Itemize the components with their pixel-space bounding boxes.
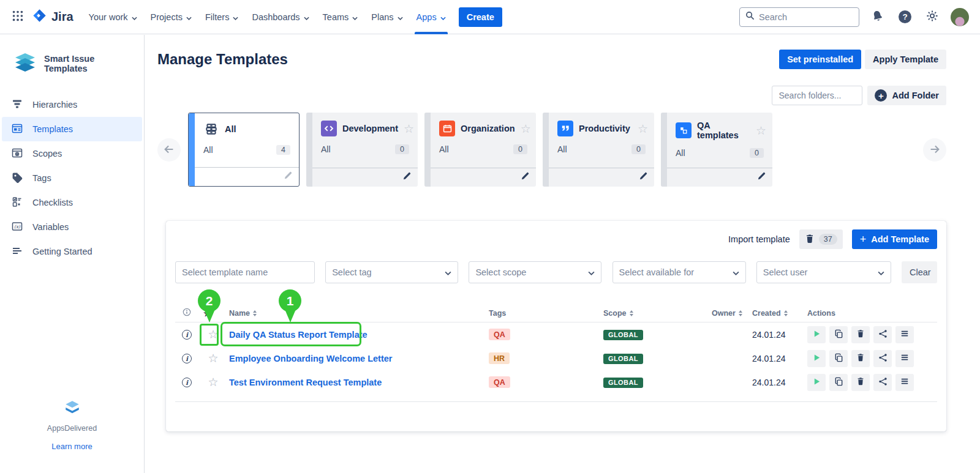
carousel-prev-button[interactable]	[157, 138, 181, 162]
folder-search-input[interactable]	[772, 86, 862, 105]
sidebar-item-scopes[interactable]: Scopes	[2, 141, 142, 166]
star-icon[interactable]: ☆	[198, 376, 223, 388]
jira-logo[interactable]: Jira	[32, 8, 74, 26]
tag-filter-select[interactable]: Select tag	[325, 261, 458, 283]
more-menu-button[interactable]	[895, 326, 914, 343]
info-icon[interactable]: i	[182, 354, 192, 363]
share-template-button[interactable]	[873, 350, 892, 367]
nav-your-work[interactable]: Your work	[82, 0, 144, 34]
run-template-button[interactable]	[807, 326, 826, 343]
nav-projects[interactable]: Projects	[144, 0, 198, 34]
star-icon[interactable]: ☆	[198, 352, 223, 364]
notifications-button[interactable]	[866, 5, 889, 29]
star-icon[interactable]: ☆	[638, 123, 648, 135]
delete-template-button[interactable]	[851, 350, 870, 367]
sort-icon	[784, 310, 788, 316]
hamburger-icon	[900, 353, 909, 363]
help-button[interactable]: ?	[896, 8, 914, 26]
edit-folder-button[interactable]	[757, 171, 766, 182]
clear-filters-button[interactable]: Clear	[902, 261, 937, 283]
template-name-link[interactable]: Test Environment Request Template	[223, 378, 483, 387]
edit-folder-button[interactable]	[639, 171, 648, 182]
run-template-button[interactable]	[807, 374, 826, 391]
sidebar-item-label: Scopes	[32, 149, 62, 158]
star-icon[interactable]: ☆	[756, 125, 766, 136]
nav-filters[interactable]: Filters	[198, 0, 245, 34]
info-icon	[183, 308, 191, 318]
arrow-right-icon	[928, 143, 941, 158]
star-icon[interactable]: ☆	[404, 123, 414, 135]
share-template-button[interactable]	[873, 374, 892, 391]
learn-more-link[interactable]: Learn more	[51, 442, 92, 451]
available-for-filter-select[interactable]: Select available for	[612, 261, 746, 283]
column-owner[interactable]: Owner	[706, 309, 746, 318]
user-avatar[interactable]	[951, 8, 969, 26]
delete-template-button[interactable]	[851, 326, 870, 343]
info-icon[interactable]: i	[182, 330, 192, 340]
trash-bin-button[interactable]: 37	[799, 229, 843, 249]
info-icon[interactable]: i	[182, 378, 192, 387]
set-preinstalled-button[interactable]: Set preinstalled	[779, 50, 861, 69]
filter-bar: Select tag Select scope Select available…	[175, 261, 937, 283]
variables-icon: (x)	[11, 220, 23, 234]
column-name[interactable]: Name	[223, 309, 483, 318]
share-template-button[interactable]	[873, 326, 892, 343]
create-button[interactable]: Create	[459, 7, 502, 27]
sidebar-item-templates[interactable]: Templates	[2, 117, 142, 141]
template-name-link[interactable]: Daily QA Status Report Template	[223, 330, 483, 340]
page-title: Manage Templates	[157, 51, 288, 68]
copy-template-button[interactable]	[829, 374, 848, 391]
chevron-down-icon	[440, 12, 446, 22]
delete-template-button[interactable]	[851, 374, 870, 391]
nav-teams[interactable]: Teams	[316, 0, 365, 34]
user-filter-select[interactable]: Select user	[756, 261, 891, 283]
folder-count-badge: 0	[631, 144, 646, 154]
sidebar-item-getting-started[interactable]: Getting Started	[2, 239, 142, 264]
scope-filter-select[interactable]: Select scope	[469, 261, 601, 283]
more-menu-button[interactable]	[895, 374, 914, 391]
copy-template-button[interactable]	[829, 326, 848, 343]
folder-card-productivity[interactable]: Productivity ☆ All 0	[543, 113, 654, 187]
table-row: i ☆ Test Environment Request Template QA…	[175, 370, 937, 394]
template-name-link[interactable]: Employee Onboarding Welcome Letter	[223, 354, 483, 363]
import-template-link[interactable]: Import template	[728, 234, 790, 244]
edit-folder-button[interactable]	[521, 171, 530, 182]
copy-template-button[interactable]	[829, 350, 848, 367]
star-icon[interactable]: ☆	[521, 123, 531, 135]
column-scope[interactable]: Scope	[597, 309, 706, 318]
jira-logo-icon	[32, 8, 47, 26]
star-filled-icon[interactable]: ★	[203, 308, 211, 318]
settings-button[interactable]	[923, 7, 941, 27]
edit-folder-button[interactable]	[402, 171, 412, 182]
more-menu-button[interactable]	[895, 350, 914, 367]
global-search[interactable]	[739, 7, 859, 27]
sidebar-item-label: Tags	[32, 173, 51, 183]
share-icon	[878, 377, 888, 388]
app-switcher-button[interactable]	[9, 7, 27, 27]
run-template-button[interactable]	[807, 350, 826, 367]
folder-card-qa-templates[interactable]: QA templates ☆ All 0	[661, 113, 772, 187]
folder-card-organization[interactable]: Organization ☆ All 0	[424, 113, 536, 187]
sidebar-item-checklists[interactable]: Checklists	[2, 190, 142, 215]
star-icon[interactable]: ☆	[198, 329, 223, 340]
grid-icon	[11, 9, 24, 24]
sidebar-item-variables[interactable]: (x) Variables	[2, 215, 142, 239]
search-input[interactable]	[759, 12, 853, 22]
add-template-button[interactable]: + Add Template	[852, 229, 937, 249]
apply-template-button[interactable]: Apply Template	[865, 50, 946, 69]
column-created[interactable]: Created	[746, 309, 801, 318]
folder-card-all[interactable]: All All 4	[188, 113, 300, 187]
sidebar-item-tags[interactable]: Tags	[2, 166, 142, 190]
sidebar-item-hierarchies[interactable]: Hierarchies	[2, 92, 142, 117]
appsdelivered-label: AppsDelivered	[47, 424, 97, 433]
hierarchy-icon	[11, 98, 23, 112]
add-folder-button[interactable]: + Add Folder	[867, 86, 946, 105]
nav-plans[interactable]: Plans	[364, 0, 409, 34]
template-name-filter-input[interactable]	[175, 261, 315, 283]
table-row: i ☆ Employee Onboarding Welcome Letter H…	[175, 346, 937, 370]
folder-card-development[interactable]: Development ☆ All 0	[306, 113, 418, 187]
nav-dashboards[interactable]: Dashboards	[245, 0, 315, 34]
edit-folder-button[interactable]	[284, 171, 293, 182]
carousel-next-button[interactable]	[923, 138, 946, 162]
nav-apps[interactable]: Apps	[410, 0, 453, 34]
